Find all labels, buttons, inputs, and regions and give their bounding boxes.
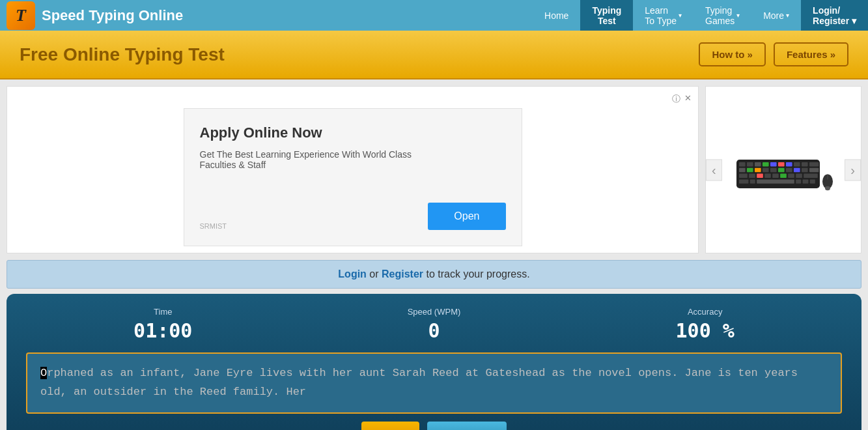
features-button[interactable]: Features » <box>774 42 848 66</box>
reset-button[interactable]: Reset <box>361 422 419 430</box>
typing-section: Time 01:00 Speed (WPM) 0 Accuracy 100 % … <box>7 294 861 430</box>
svg-rect-15 <box>770 167 777 171</box>
svg-rect-20 <box>809 167 819 171</box>
time-stat: Time 01:00 <box>133 307 192 342</box>
typing-games-arrow: ▾ <box>736 12 740 19</box>
banner-title: Free Online Typing Test <box>20 44 225 65</box>
sidebar-image <box>731 137 835 203</box>
svg-rect-28 <box>796 173 802 177</box>
learn-to-type-arrow: ▾ <box>679 12 682 19</box>
register-link[interactable]: Register <box>382 268 423 280</box>
banner: Free Online Typing Test How to » Feature… <box>0 31 868 79</box>
svg-rect-31 <box>750 179 755 183</box>
cursor-character: O <box>40 367 47 379</box>
time-value: 01:00 <box>133 319 192 342</box>
svg-rect-16 <box>778 167 785 171</box>
svg-rect-4 <box>763 162 769 166</box>
accuracy-label: Accuracy <box>676 307 735 317</box>
svg-rect-26 <box>780 173 787 177</box>
right-sidebar: ‹ <box>705 86 861 253</box>
time-label: Time <box>133 307 192 317</box>
svg-rect-27 <box>788 173 794 177</box>
accuracy-stat: Accuracy 100 % <box>676 307 735 342</box>
nav-item-learn-to-type[interactable]: LearnTo Type ▾ <box>633 0 693 31</box>
typing-text: rphaned as an infant, Jane Eyre lives wi… <box>40 367 798 398</box>
speed-value: 0 <box>408 319 461 342</box>
navbar: T Speed Typing Online Home TypingTest Le… <box>0 0 868 31</box>
svg-point-38 <box>825 186 830 190</box>
svg-rect-1 <box>739 162 746 166</box>
svg-rect-17 <box>786 167 792 171</box>
logo-text: Speed Typing Online <box>42 7 183 24</box>
ad-source: SRMIST <box>200 222 227 230</box>
ad-close-icon[interactable]: ✕ <box>684 93 692 105</box>
nav-item-more[interactable]: More ▾ <box>751 0 801 31</box>
svg-rect-18 <box>794 167 800 171</box>
nav-login-button[interactable]: Login/Register ▾ <box>801 0 868 31</box>
svg-rect-23 <box>757 173 763 177</box>
svg-rect-25 <box>772 173 779 177</box>
more-arrow: ▾ <box>786 12 789 19</box>
logo-icon: T <box>7 1 35 30</box>
nav-item-home[interactable]: Home <box>533 0 580 31</box>
svg-rect-33 <box>796 179 801 183</box>
login-bar: Login or Register to track your progress… <box>7 260 861 289</box>
ad-inner: Apply Online Now Get The Best Learning E… <box>184 108 522 246</box>
nav-items: Home TypingTest LearnTo Type ▾ TypingGam… <box>533 0 868 31</box>
nav-logo[interactable]: T Speed Typing Online <box>0 0 241 31</box>
keyboard-svg <box>731 141 835 199</box>
ad-open-button[interactable]: Open <box>428 203 505 230</box>
svg-rect-6 <box>778 162 785 166</box>
stats-row: Time 01:00 Speed (WPM) 0 Accuracy 100 % <box>26 307 842 342</box>
ad-body: Get The Best Learning Experience With Wo… <box>200 149 434 170</box>
svg-rect-14 <box>763 167 769 171</box>
ad-info-icon[interactable]: ⓘ <box>672 93 680 105</box>
two-column-layout: ⓘ ✕ Apply Online Now Get The Best Learni… <box>0 79 868 253</box>
svg-rect-5 <box>770 162 777 166</box>
sidebar-prev-arrow[interactable]: ‹ <box>706 159 722 180</box>
ad-headline: Apply Online Now <box>200 124 506 141</box>
svg-rect-2 <box>747 162 753 166</box>
svg-rect-19 <box>802 167 808 171</box>
login-link[interactable]: Login <box>338 268 367 280</box>
how-to-button[interactable]: How to » <box>699 42 766 66</box>
svg-rect-21 <box>739 173 748 177</box>
accuracy-value: 100 % <box>676 319 735 342</box>
svg-rect-7 <box>786 162 792 166</box>
svg-rect-8 <box>794 162 800 166</box>
switch-up-button[interactable]: Switch-Up <box>427 422 506 430</box>
svg-rect-35 <box>810 179 815 183</box>
svg-rect-11 <box>739 167 746 171</box>
speed-label: Speed (WPM) <box>408 307 461 317</box>
nav-item-typing-test[interactable]: TypingTest <box>580 0 633 31</box>
ad-controls: ⓘ ✕ <box>14 93 692 105</box>
typing-box[interactable]: Orphaned as an infant, Jane Eyre lives w… <box>26 352 842 414</box>
svg-rect-34 <box>803 179 809 183</box>
svg-rect-22 <box>749 173 755 177</box>
sidebar-next-arrow[interactable]: › <box>845 159 861 180</box>
speed-stat: Speed (WPM) 0 <box>408 307 461 342</box>
svg-rect-30 <box>739 179 748 183</box>
nav-item-typing-games[interactable]: TypingGames ▾ <box>693 0 751 31</box>
svg-rect-29 <box>804 173 818 177</box>
login-or-text: or <box>369 268 382 280</box>
svg-rect-24 <box>764 173 771 177</box>
svg-rect-13 <box>755 167 761 171</box>
ad-area: ⓘ ✕ Apply Online Now Get The Best Learni… <box>7 86 699 253</box>
bottom-buttons: Reset Switch-Up <box>26 422 842 430</box>
svg-rect-32 <box>757 179 794 183</box>
svg-rect-9 <box>802 162 808 166</box>
login-bar-text: to track your progress. <box>426 268 529 280</box>
svg-rect-10 <box>809 162 819 166</box>
svg-rect-3 <box>755 162 761 166</box>
banner-buttons: How to » Features » <box>699 42 848 66</box>
svg-rect-12 <box>747 167 753 171</box>
